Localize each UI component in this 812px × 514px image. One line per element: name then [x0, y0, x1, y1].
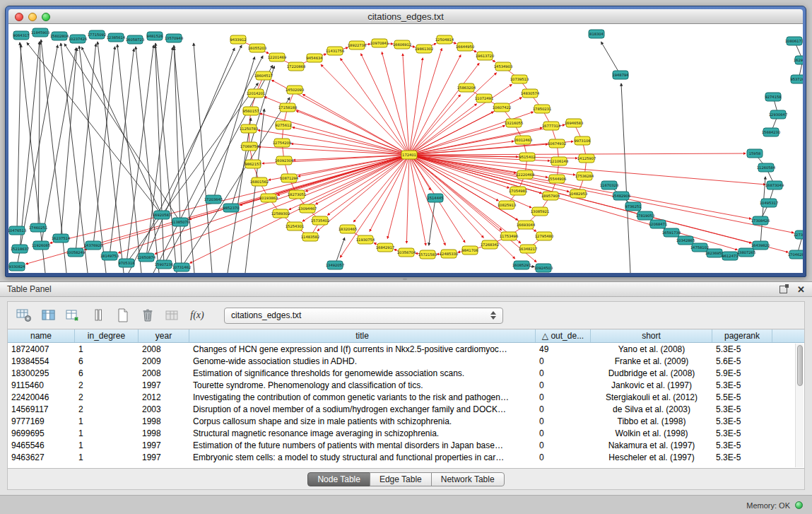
graph-edge[interactable]: [409, 63, 479, 155]
graph-node-label: 16842917: [376, 245, 394, 250]
graph-edge[interactable]: [409, 153, 746, 155]
close-panel-icon[interactable]: ✕: [797, 286, 805, 293]
graph-node-label: 13216055: [505, 121, 523, 125]
graph-node-label: 9515402: [519, 155, 535, 159]
graph-node-label: 16693044: [517, 223, 536, 227]
delete-column-icon[interactable]: [139, 307, 157, 324]
column-header-short[interactable]: short: [591, 329, 712, 342]
table-row[interactable]: 1938455462009Genome-wide association stu…: [8, 355, 804, 367]
cell-in_degree: 6: [75, 368, 139, 378]
graph-edge[interactable]: [409, 155, 738, 250]
network-canvas[interactable]: 1724019433912160552031220146917220868945…: [8, 24, 803, 273]
column-header-title[interactable]: title: [189, 329, 536, 342]
table-scrollbar-thumb[interactable]: [797, 345, 803, 386]
table-row[interactable]: 977716911998Corpus callosum shape and si…: [8, 415, 804, 427]
cell-pagerank: 5.3E-5: [712, 344, 772, 354]
window-titlebar[interactable]: citations_edges.txt: [8, 9, 803, 24]
graph-edge[interactable]: [361, 54, 409, 155]
graph-edge[interactable]: [409, 58, 423, 155]
graph-node-label: 12068471: [649, 222, 667, 226]
tab-network-table[interactable]: Network Table: [431, 472, 505, 486]
graph-edge[interactable]: [61, 48, 77, 238]
column-header-in_degree[interactable]: in_degree: [75, 329, 139, 342]
graph-edge[interactable]: [409, 155, 498, 201]
close-window-button[interactable]: [15, 13, 23, 21]
graph-edge[interactable]: [387, 155, 409, 238]
table-row[interactable]: 969969511998Structural magnetic resonanc…: [8, 427, 804, 439]
graph-edge[interactable]: [20, 42, 45, 273]
tab-node-table[interactable]: Node Table: [307, 472, 370, 486]
graph-edge[interactable]: [382, 52, 409, 155]
graph-edge[interactable]: [409, 124, 565, 155]
table-scrollbar[interactable]: [795, 344, 804, 467]
graph-edge[interactable]: [409, 155, 794, 233]
graph-edge[interactable]: [289, 155, 409, 210]
table-selector-dropdown[interactable]: citations_edges.txt: [224, 308, 503, 324]
graph-node-label: 10739513: [510, 77, 529, 81]
column-header-name[interactable]: name: [8, 329, 75, 342]
graph-edge[interactable]: [296, 111, 409, 155]
column-header-pagerank[interactable]: pagerank: [712, 329, 772, 342]
graph-node-label: 17220868: [287, 64, 305, 69]
table-row[interactable]: 946362711997Embryonic stem cells: a mode…: [8, 451, 804, 463]
table-row[interactable]: 911546021997Tourette syndrome. Phenomeno…: [8, 379, 804, 391]
graph-edge[interactable]: [17, 45, 21, 230]
graph-edge[interactable]: [76, 44, 96, 252]
graph-node-label: 10193863: [259, 196, 278, 200]
graph-edge[interactable]: [231, 66, 274, 208]
network-graph[interactable]: 1724019433912160552031220146917220868945…: [8, 24, 803, 273]
graph-edge[interactable]: [98, 42, 124, 273]
graph-edge[interactable]: [315, 155, 409, 204]
graph-edge[interactable]: [406, 155, 409, 243]
graph-edge[interactable]: [409, 155, 788, 252]
zoom-window-button[interactable]: [42, 13, 50, 21]
graph-edge[interactable]: [403, 54, 409, 155]
graph-node-label: 16237514: [52, 236, 71, 240]
graph-edge[interactable]: [259, 147, 409, 155]
graph-node-label: 9454634: [306, 56, 323, 60]
graph-edge[interactable]: [601, 42, 620, 75]
graph-edge[interactable]: [82, 47, 162, 215]
column-header-year[interactable]: year: [139, 329, 189, 342]
graph-edge[interactable]: [302, 94, 409, 155]
graph-edge[interactable]: [341, 59, 409, 155]
graph-edge[interactable]: [174, 45, 194, 273]
graph-edge[interactable]: [38, 42, 40, 228]
graph-edge[interactable]: [129, 45, 242, 273]
show-columns-icon[interactable]: [40, 307, 58, 324]
graph-node-label: 18149753: [100, 254, 119, 258]
tab-edge-table[interactable]: Edge Table: [370, 472, 432, 486]
graph-edge[interactable]: [621, 83, 630, 273]
new-column-icon[interactable]: [64, 307, 83, 324]
function-builder-icon[interactable]: f(x): [188, 307, 206, 324]
graph-edge[interactable]: [429, 198, 435, 245]
graph-edge[interactable]: [321, 64, 409, 155]
graph-edge[interactable]: [340, 155, 409, 257]
table-mode-icon[interactable]: [15, 307, 33, 324]
graph-edge[interactable]: [27, 42, 162, 215]
table-row[interactable]: 1830029562008Estimation of significance …: [8, 367, 804, 379]
import-table-icon[interactable]: [163, 307, 182, 324]
graph-edge[interactable]: [409, 73, 497, 155]
table-row[interactable]: 1872400712008Changes of HCN gene express…: [8, 343, 804, 355]
graph-edge[interactable]: [155, 45, 164, 264]
graph-edge[interactable]: [194, 43, 212, 273]
graph-edge[interactable]: [20, 42, 40, 249]
minimize-window-button[interactable]: [28, 13, 37, 21]
float-panel-icon[interactable]: [779, 286, 787, 293]
row-tools-icon[interactable]: [89, 307, 107, 324]
table-row[interactable]: 946554611997Estimation of the future num…: [8, 439, 804, 451]
table-row[interactable]: 2242004622012Investigating the contribut…: [8, 391, 804, 403]
graph-edge[interactable]: [302, 155, 409, 221]
graph-node-label: 15721583: [418, 252, 437, 257]
panel-divider-handle[interactable]: [403, 278, 407, 280]
graph-edge[interactable]: [93, 47, 115, 245]
graph-edge[interactable]: [327, 155, 409, 215]
graph-edge[interactable]: [409, 155, 521, 243]
cell-name: 19384554: [8, 356, 75, 366]
new-table-icon[interactable]: [114, 307, 132, 324]
table-row[interactable]: 1456911722003Disruption of a novel membe…: [8, 403, 804, 415]
graph-edge[interactable]: [41, 48, 76, 245]
column-header-out_degree[interactable]: △ out_de...: [536, 329, 591, 342]
graph-edge[interactable]: [126, 83, 258, 263]
